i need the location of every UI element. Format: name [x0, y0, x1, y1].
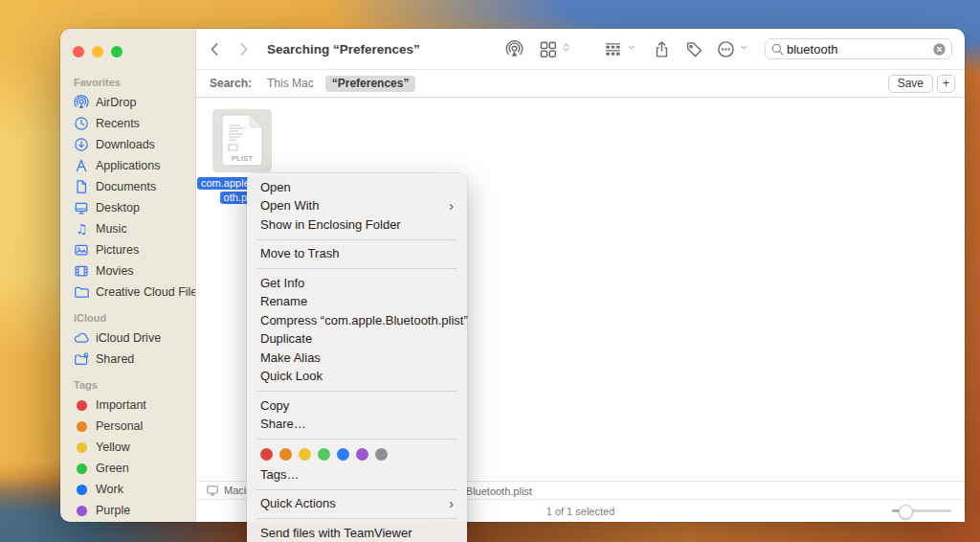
minimize-button[interactable] — [92, 46, 103, 57]
group-by-icon[interactable] — [604, 40, 622, 58]
menu-item-compress-com-apple-bluetooth-plist[interactable]: Compress “com.apple.Bluetooth.plist” — [247, 311, 467, 330]
scope-label: Search: — [210, 77, 252, 90]
svg-text:♫: ♫ — [76, 221, 87, 237]
menu-item-rename[interactable]: Rename — [247, 293, 467, 312]
menu-item-open-with[interactable]: Open With› — [247, 197, 467, 216]
chevron-down-icon[interactable] — [739, 40, 749, 58]
sidebar-item-label: Documents — [96, 180, 156, 193]
menu-separator — [256, 489, 457, 490]
menu-item-label: Send files with TeamViewer — [260, 527, 412, 541]
menu-separator — [256, 268, 457, 269]
tag-color-dot[interactable] — [299, 448, 311, 461]
forward-button[interactable] — [233, 38, 254, 59]
menu-item-move-to-trash[interactable]: Move to Trash — [247, 245, 467, 264]
menu-item-label: Copy — [260, 399, 289, 414]
menu-item-make-alias[interactable]: Make Alias — [247, 349, 467, 368]
zoom-button[interactable] — [111, 46, 122, 57]
sidebar-item-important[interactable]: Important — [60, 395, 195, 416]
clear-circle-icon[interactable] — [932, 42, 947, 56]
context-menu: OpenOpen With›Show in Enclosing FolderMo… — [247, 173, 467, 542]
menu-separator — [256, 391, 457, 392]
sidebar-item-icloud-drive[interactable]: iCloud Drive — [60, 327, 195, 349]
sidebar-item-pictures[interactable]: Pictures — [60, 239, 195, 260]
recents-icon — [74, 116, 89, 131]
icon-size-slider[interactable] — [892, 509, 951, 512]
back-button[interactable] — [204, 38, 225, 59]
tag-dot — [74, 440, 89, 455]
sidebar: FavoritesAirDropRecentsDownloadsApplicat… — [60, 29, 196, 522]
search-token[interactable]: “Preferences” — [325, 76, 416, 92]
tag-color-dot[interactable] — [337, 448, 349, 461]
menu-item-share[interactable]: Share… — [247, 416, 467, 435]
sidebar-item-label: Desktop — [96, 201, 140, 215]
sidebar-item-label: Personal — [96, 419, 143, 433]
sidebar-item-shared[interactable]: Shared — [60, 349, 195, 370]
sidebar-item-green[interactable]: Green — [60, 458, 195, 479]
sidebar-item-downloads[interactable]: Downloads — [60, 134, 195, 155]
menu-tag-colors — [247, 444, 467, 465]
sidebar-item-yellow[interactable]: Yellow — [60, 437, 195, 458]
menu-item-label: Rename — [260, 295, 307, 309]
airdrop-icon — [74, 95, 89, 110]
sidebar-item-creative-cloud-files[interactable]: Creative Cloud Files — [60, 282, 195, 303]
menu-item-label: Move to Trash — [260, 247, 339, 261]
sidebar-item-purple[interactable]: Purple — [60, 500, 195, 521]
sidebar-sections: FavoritesAirDropRecentsDownloadsApplicat… — [60, 67, 195, 521]
sidebar-item-label: Shared — [96, 352, 134, 366]
menu-item-quick-look[interactable]: Quick Look — [247, 368, 467, 387]
add-criteria-button[interactable]: + — [937, 75, 955, 93]
sidebar-item-applications[interactable]: Applications — [60, 155, 195, 176]
documents-icon — [74, 179, 89, 194]
sidebar-item-desktop[interactable]: Desktop — [60, 197, 195, 218]
sidebar-item-personal[interactable]: Personal — [60, 416, 195, 437]
save-search-button[interactable]: Save — [888, 75, 933, 93]
menu-item-quick-actions[interactable]: Quick Actions› — [247, 495, 467, 514]
menu-separator — [256, 239, 457, 240]
share-icon[interactable] — [653, 40, 671, 58]
sidebar-item-airdrop[interactable]: AirDrop — [60, 92, 195, 113]
grid-view-icon[interactable] — [539, 40, 557, 58]
tag-dot — [74, 418, 89, 434]
sidebar-item-label: Work — [96, 483, 123, 496]
chevron-updown-icon[interactable] — [561, 40, 571, 58]
search-icon — [770, 42, 785, 56]
menu-item-send-files-with-teamviewer[interactable]: Send files with TeamViewer — [247, 524, 467, 542]
toolbar-search-field[interactable] — [765, 38, 952, 59]
sidebar-item-music[interactable]: ♫Music — [60, 218, 195, 239]
menu-item-tags[interactable]: Tags… — [247, 465, 467, 485]
close-button[interactable] — [73, 46, 84, 57]
sidebar-item-label: Purple — [96, 504, 130, 517]
tag-color-dot[interactable] — [375, 448, 388, 461]
chevron-down-icon[interactable] — [626, 40, 636, 58]
sidebar-item-work[interactable]: Work — [60, 479, 195, 500]
menu-item-duplicate[interactable]: Duplicate — [247, 330, 467, 350]
menu-item-open[interactable]: Open — [247, 178, 467, 197]
tag-color-dot[interactable] — [318, 448, 330, 461]
airdrop-icon[interactable] — [505, 40, 523, 58]
sidebar-item-label: Creative Cloud Files — [96, 285, 196, 299]
sidebar-item-label: Downloads — [96, 138, 155, 151]
sidebar-section-header: Tags — [60, 370, 195, 395]
music-icon: ♫ — [74, 221, 89, 237]
menu-item-show-in-enclosing-folder[interactable]: Show in Enclosing Folder — [247, 215, 467, 235]
selected-file-icon[interactable]: PLIST — [212, 109, 272, 172]
tag-color-dot[interactable] — [356, 448, 368, 461]
tag-icon[interactable] — [685, 40, 703, 58]
search-scope-bar: Search: This Mac “Preferences” Save + — [196, 70, 965, 98]
sidebar-item-recents[interactable]: Recents — [60, 113, 195, 134]
menu-item-get-info[interactable]: Get Info — [247, 274, 467, 293]
sidebar-item-documents[interactable]: Documents — [60, 176, 195, 197]
scope-this-mac[interactable]: This Mac — [267, 77, 314, 90]
slider-knob[interactable] — [899, 505, 913, 519]
search-input[interactable] — [785, 41, 932, 57]
sidebar-item-movies[interactable]: Movies — [60, 260, 195, 282]
more-icon[interactable] — [717, 40, 735, 58]
menu-item-label: Compress “com.apple.Bluetooth.plist” — [260, 314, 468, 328]
tag-color-dot[interactable] — [260, 448, 273, 461]
menu-item-copy[interactable]: Copy — [247, 396, 467, 416]
window-title: Searching “Preferences” — [267, 42, 420, 56]
menu-separator — [256, 518, 457, 519]
tag-dot — [74, 482, 89, 497]
tag-color-dot[interactable] — [279, 448, 292, 461]
sidebar-item-label: Important — [96, 398, 146, 412]
